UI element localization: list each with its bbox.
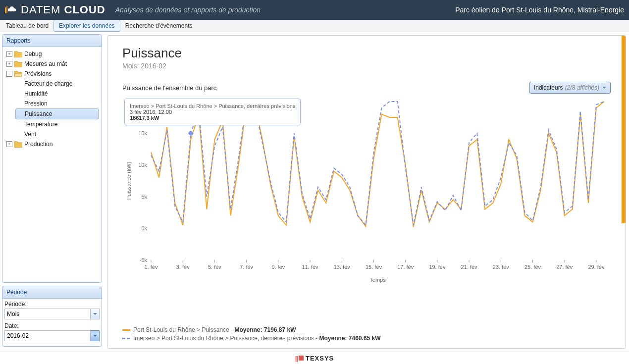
period-label: Période: — [4, 301, 100, 308]
folder-icon — [14, 60, 22, 67]
svg-text:0k: 0k — [141, 225, 147, 231]
svg-text:5. fév: 5. fév — [208, 264, 221, 270]
tree-folder-debug[interactable]: + Debug — [4, 49, 100, 59]
svg-text:Puissance (kW): Puissance (kW) — [126, 161, 132, 200]
plot-area[interactable]: Imerseo > Port St-Louis du Rhône > Puiss… — [122, 97, 611, 320]
tree-item-humidite[interactable]: Humidité — [14, 89, 100, 99]
tree-label: Puissance — [25, 110, 52, 117]
tree-label: Température — [24, 121, 57, 128]
chart-panel: Puissance Mois: 2016-02 Puissance de l'e… — [107, 35, 626, 349]
plus-icon[interactable]: + — [6, 141, 12, 147]
period-panel-header: Période — [2, 286, 102, 299]
reports-panel: Rapports + Debug + Mesures au mât − Prév… — [2, 34, 102, 283]
svg-text:15k: 15k — [138, 130, 147, 136]
chevron-down-icon[interactable] — [91, 309, 100, 319]
tooltip-time: 3 fév 2016, 12:00 — [130, 109, 295, 115]
brand-bars-icon: || — [295, 355, 298, 362]
svg-text:19. fév: 19. fév — [429, 264, 446, 270]
folder-icon — [14, 51, 22, 57]
svg-rect-1 — [6, 6, 7, 13]
tree-label: Production — [24, 141, 52, 148]
chart-tooltip: Imerseo > Port St-Louis du Rhône > Puiss… — [124, 99, 301, 125]
tree-label: Humidité — [24, 90, 48, 97]
tree-folder-mesures[interactable]: + Mesures au mât — [4, 59, 100, 69]
main-area: Rapports + Debug + Mesures au mât − Prév… — [0, 32, 629, 352]
chevron-down-icon — [602, 86, 606, 90]
svg-text:10k: 10k — [138, 162, 147, 168]
brand-box-icon — [299, 356, 304, 361]
sidebar: Rapports + Debug + Mesures au mât − Prév… — [0, 32, 104, 352]
folder-open-icon — [14, 70, 22, 77]
legend-swatch-dashed-icon — [122, 338, 130, 339]
content-area: Puissance Mois: 2016-02 Puissance de l'e… — [104, 32, 629, 352]
minus-icon[interactable]: − — [6, 71, 12, 77]
tree-item-puissance[interactable]: Puissance — [15, 108, 99, 119]
tooltip-series: Imerseo > Port St-Louis du Rhône > Puiss… — [130, 103, 295, 109]
park-name: Parc éolien de Port St-Louis du Rhône, M… — [455, 6, 624, 14]
chevron-down-icon[interactable] — [91, 330, 100, 341]
svg-text:5k: 5k — [141, 194, 147, 200]
tab-explore-data[interactable]: Explorer les données — [53, 20, 120, 32]
legend-item-forecast[interactable]: Imerseo > Port St-Louis du Rhône > Puiss… — [122, 335, 611, 342]
folder-icon — [14, 141, 22, 148]
date-label: Date: — [4, 322, 100, 329]
app-header: DATEM CLOUD Analyses de données et rappo… — [0, 0, 629, 20]
svg-text:11. fév: 11. fév — [302, 264, 319, 270]
tree-label: Facteur de charge — [24, 80, 72, 87]
tab-dashboard[interactable]: Tableau de bord — [1, 20, 53, 31]
svg-text:29. fév: 29. fév — [588, 264, 605, 270]
tree-label: Prévisions — [24, 70, 52, 77]
plus-icon[interactable]: + — [6, 61, 12, 67]
reports-tree: + Debug + Mesures au mât − Prévisions — [2, 47, 102, 282]
app-subtitle: Analyses de données et rapports de produ… — [115, 6, 455, 14]
legend-item-actual[interactable]: Port St-Louis du Rhône > Puissance - Moy… — [122, 326, 611, 333]
svg-text:Temps: Temps — [369, 277, 386, 283]
date-input[interactable] — [4, 330, 91, 341]
svg-text:7. fév: 7. fév — [240, 264, 253, 270]
svg-text:9. fév: 9. fév — [271, 264, 285, 270]
chart-title: Puissance — [122, 46, 611, 61]
svg-text:-5k: -5k — [140, 257, 148, 263]
svg-text:27. fév: 27. fév — [556, 264, 573, 270]
scroll-indicator[interactable] — [622, 36, 626, 223]
svg-text:23. fév: 23. fév — [493, 264, 510, 270]
indicators-button[interactable]: Indicateurs (2/8 affichés) — [529, 82, 611, 94]
tree-item-temperature[interactable]: Température — [14, 119, 100, 129]
plus-icon[interactable]: + — [6, 51, 12, 57]
cloud-bars-icon — [5, 5, 17, 14]
footer-brand: TEXSYS — [306, 355, 334, 362]
period-combo[interactable] — [4, 309, 100, 319]
svg-text:13. fév: 13. fév — [334, 264, 351, 270]
svg-text:15. fév: 15. fév — [366, 264, 382, 270]
tree-label: Vent — [24, 131, 36, 138]
tooltip-value: 18617,3 kW — [130, 115, 295, 121]
svg-text:1. fév: 1. fév — [145, 264, 158, 270]
tree-label: Pression — [24, 100, 48, 107]
chart-subtitle: Mois: 2016-02 — [122, 62, 611, 70]
app-title: DATEM CLOUD — [21, 3, 105, 16]
svg-text:25. fév: 25. fév — [524, 264, 541, 270]
reports-panel-header: Rapports — [2, 35, 102, 47]
main-tabs: Tableau de bord Explorer les données Rec… — [0, 20, 629, 32]
tree-item-facteur[interactable]: Facteur de charge — [14, 79, 100, 89]
tree-label: Debug — [24, 51, 42, 57]
svg-text:21. fév: 21. fév — [461, 264, 478, 270]
chart-legend: Port St-Louis du Rhône > Puissance - Moy… — [122, 326, 611, 343]
svg-text:17. fév: 17. fév — [397, 264, 414, 270]
tree-item-pression[interactable]: Pression — [14, 99, 100, 108]
svg-rect-0 — [5, 7, 6, 13]
svg-text:3. fév: 3. fév — [176, 264, 190, 270]
period-input[interactable] — [4, 309, 91, 319]
period-panel: Période Période: Date: — [2, 286, 102, 347]
tree-item-vent[interactable]: Vent — [14, 129, 100, 139]
chart-section-label: Puissance de l'ensemble du parc — [122, 84, 216, 92]
footer: || TEXSYS — [0, 352, 629, 364]
tree-folder-production[interactable]: + Production — [4, 139, 100, 149]
legend-swatch-solid-icon — [122, 329, 130, 331]
tab-search-events[interactable]: Recherche d'évènements — [120, 20, 198, 31]
tree-label: Mesures au mât — [24, 60, 67, 67]
tree-folder-previsions[interactable]: − Prévisions — [4, 69, 100, 79]
date-combo[interactable] — [4, 330, 100, 341]
